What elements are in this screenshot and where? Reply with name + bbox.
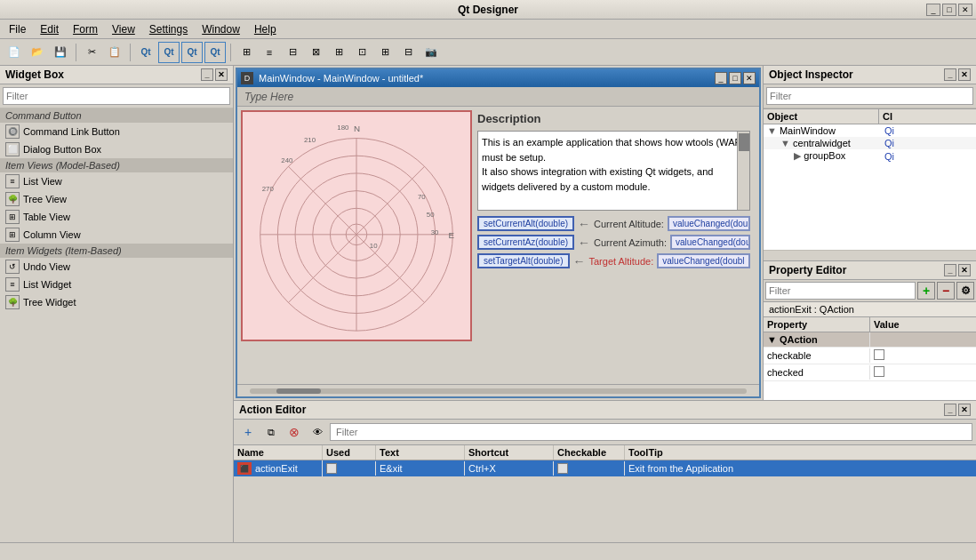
canvas-h-scrollbar[interactable] xyxy=(237,384,759,396)
prop-checked-value[interactable] xyxy=(870,364,976,380)
minimize-btn[interactable]: _ xyxy=(926,4,940,16)
widget-item-list-widget[interactable]: ≡ List Widget xyxy=(0,276,233,293)
section-command-button: Command Button xyxy=(0,108,233,123)
desc-scrollbar-thumb[interactable] xyxy=(739,133,749,151)
action-new-btn[interactable]: + xyxy=(237,421,259,443)
qt-btn-1[interactable]: Qt xyxy=(135,42,156,63)
tree-view-icon: 🌳 xyxy=(5,192,20,206)
prop-editor-close[interactable]: ✕ xyxy=(958,264,971,276)
layout-btn-1[interactable]: ⊞ xyxy=(236,42,257,63)
layout-btn-4[interactable]: ⊠ xyxy=(305,42,326,63)
prop-add-btn[interactable]: + xyxy=(917,282,935,300)
designer-close-btn[interactable]: ✕ xyxy=(743,72,756,84)
action-checkable-checkbox[interactable] xyxy=(557,463,568,474)
widget-box-filter-input[interactable] xyxy=(3,87,230,105)
menu-view[interactable]: View xyxy=(107,21,140,37)
widget-item-list-view[interactable]: ≡ List View xyxy=(0,172,233,190)
prop-row-checked[interactable]: checked xyxy=(764,364,976,381)
action-row-exit[interactable]: ⬛ actionExit E&xit Ctrl+X Exit from the … xyxy=(234,460,976,476)
obj-tree-mainwindow[interactable]: ▼ MainWindow Qi xyxy=(764,124,976,137)
open-btn[interactable]: 📂 xyxy=(27,42,48,63)
copy-btn[interactable]: 📋 xyxy=(104,42,125,63)
qt-btn-4[interactable]: Qt xyxy=(204,42,226,63)
obj-tree-name-centralwidget: ▼ centralwidget xyxy=(767,138,883,148)
property-editor: Property Editor _ ✕ + − ⚙ acti xyxy=(764,261,976,400)
action-used-exit[interactable] xyxy=(323,461,376,476)
centralwidget-arrow: ▼ xyxy=(780,138,790,148)
centralwidget-class: Qi xyxy=(884,138,972,148)
widget-box-minimize[interactable]: _ xyxy=(201,68,213,81)
radar-widget[interactable]: N E 180 210 240 270 70 50 30 xyxy=(241,110,472,341)
widget-item-column-view[interactable]: ⊞ Column View xyxy=(0,226,233,244)
layout-btn-5[interactable]: ⊞ xyxy=(328,42,349,63)
designer-minimize-btn[interactable]: _ xyxy=(715,72,727,84)
desc-scrollbar[interactable] xyxy=(737,132,749,210)
widget-item-command-link-button[interactable]: 🔘 Command Link Button xyxy=(0,123,233,140)
obj-tree-centralwidget[interactable]: ▼ centralwidget Qi xyxy=(764,137,976,149)
widget-item-tree-view[interactable]: 🌳 Tree View xyxy=(0,190,233,208)
app-title: Qt Designer xyxy=(458,4,518,16)
signal-value-2: valueChanged(doubl xyxy=(670,235,750,250)
action-copy-btn[interactable]: ⧉ xyxy=(260,421,282,443)
signal-label-1: Current Altitude: xyxy=(594,219,664,229)
layout-btn-7[interactable]: ⊞ xyxy=(374,42,396,63)
layout-btn-9[interactable]: 📷 xyxy=(420,42,442,63)
new-btn[interactable]: 📄 xyxy=(4,42,25,63)
section-item-widgets: Item Widgets (Item-Based) xyxy=(0,244,233,258)
obj-tree-groupbox[interactable]: ▶ groupBox Qi xyxy=(764,149,976,163)
layout-btn-3[interactable]: ⊟ xyxy=(282,42,303,63)
action-filter-input[interactable] xyxy=(330,423,972,441)
h-scrollbar-thumb[interactable] xyxy=(276,388,321,394)
prop-row-checkable[interactable]: checkable xyxy=(764,348,976,364)
checkable-checkbox[interactable] xyxy=(874,349,884,360)
designer-restore-btn[interactable]: □ xyxy=(729,72,741,84)
prop-checkable-value[interactable] xyxy=(870,348,976,364)
obj-inspector-filter-input[interactable] xyxy=(766,87,973,105)
prop-section-arrow: ▼ xyxy=(767,334,780,345)
menu-form[interactable]: Form xyxy=(68,21,103,37)
qt-btn-3[interactable]: Qt xyxy=(181,42,203,63)
status-bar xyxy=(0,542,976,560)
widget-box-close[interactable]: ✕ xyxy=(215,68,228,81)
menu-window[interactable]: Window xyxy=(196,21,245,37)
signal-slot-1: setCurrentAlt(double) xyxy=(477,216,574,231)
restore-btn[interactable]: □ xyxy=(942,4,956,16)
prop-section-value xyxy=(870,338,976,341)
qt-btn-2[interactable]: Qt xyxy=(158,42,180,63)
widget-item-undo-view[interactable]: ↺ Undo View xyxy=(0,258,233,276)
widget-item-tree-widget[interactable]: 🌳 Tree Widget xyxy=(0,293,233,311)
action-checkable-exit[interactable] xyxy=(554,461,625,476)
prop-filter-bar: + − ⚙ xyxy=(764,280,976,302)
widget-item-dialog-button-box[interactable]: ⬜ Dialog Button Box xyxy=(0,140,233,158)
action-editor-close[interactable]: ✕ xyxy=(958,404,971,416)
close-btn[interactable]: ✕ xyxy=(958,4,972,16)
widget-item-table-view[interactable]: ⊞ Table View xyxy=(0,208,233,226)
menu-settings[interactable]: Settings xyxy=(144,21,193,37)
menu-file[interactable]: File xyxy=(4,21,31,37)
action-used-checkbox[interactable] xyxy=(326,463,337,474)
save-btn[interactable]: 💾 xyxy=(50,42,71,63)
checked-checkbox[interactable] xyxy=(874,366,884,377)
prop-settings-btn[interactable]: ⚙ xyxy=(956,282,974,300)
layout-btn-6[interactable]: ⊡ xyxy=(351,42,372,63)
menu-help[interactable]: Help xyxy=(249,21,282,37)
action-preview-btn[interactable]: 👁 xyxy=(307,421,328,443)
description-text-box[interactable]: This is an example application that show… xyxy=(477,131,750,211)
obj-inspector-close[interactable]: ✕ xyxy=(958,68,971,81)
prop-editor-minimize[interactable]: _ xyxy=(944,264,956,276)
widget-box-title: Widget Box xyxy=(5,68,64,81)
prop-col-value: Value xyxy=(870,317,976,332)
action-editor-minimize[interactable]: _ xyxy=(944,404,956,416)
prop-section-label: QAction xyxy=(780,334,818,345)
prop-filter-input[interactable] xyxy=(765,282,916,300)
cut-btn[interactable]: ✂ xyxy=(81,42,102,63)
designer-canvas[interactable]: N E 180 210 240 270 70 50 30 xyxy=(237,107,759,384)
action-delete-btn[interactable]: ⊗ xyxy=(284,421,305,443)
prop-remove-btn[interactable]: − xyxy=(937,282,955,300)
obj-inspector-h-scrollbar[interactable] xyxy=(764,250,976,260)
obj-inspector-minimize[interactable]: _ xyxy=(944,68,956,81)
layout-btn-2[interactable]: ≡ xyxy=(259,42,280,63)
layout-btn-8[interactable]: ⊟ xyxy=(397,42,419,63)
svg-text:30: 30 xyxy=(431,228,439,236)
menu-edit[interactable]: Edit xyxy=(35,21,64,37)
